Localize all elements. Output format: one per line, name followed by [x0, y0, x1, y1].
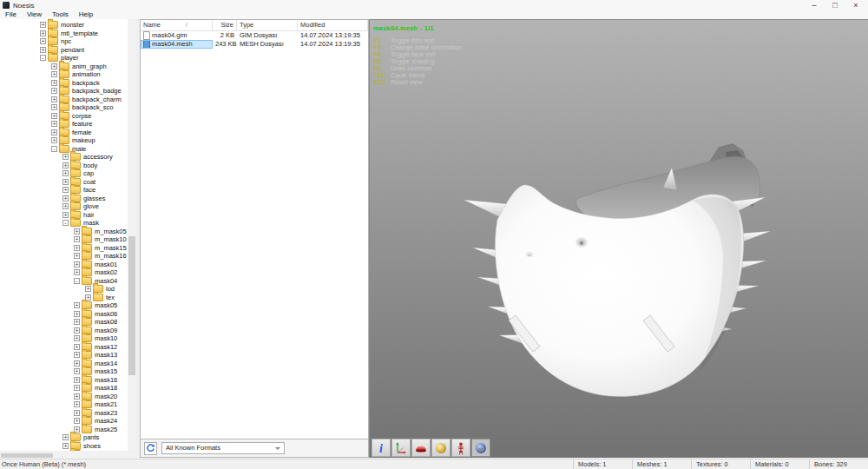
window-close-button[interactable]: ×: [845, 0, 866, 10]
expand-toggle[interactable]: +: [74, 302, 80, 308]
axes-icon[interactable]: [391, 439, 411, 457]
expand-toggle[interactable]: +: [62, 187, 69, 193]
column-header-size[interactable]: Size: [213, 20, 237, 30]
expand-toggle[interactable]: +: [74, 236, 80, 242]
window-minimize-button[interactable]: –: [804, 0, 825, 10]
expand-toggle[interactable]: +: [74, 311, 80, 317]
expand-toggle[interactable]: +: [62, 212, 69, 218]
expand-toggle[interactable]: +: [74, 253, 80, 259]
sphere-icon[interactable]: [431, 439, 450, 457]
expand-toggle[interactable]: +: [51, 71, 57, 77]
expand-toggle[interactable]: +: [74, 410, 80, 416]
tree-item-mask24[interactable]: +mask24: [0, 417, 128, 426]
tree-item-mask09[interactable]: +mask09: [0, 327, 128, 335]
expand-toggle[interactable]: +: [62, 195, 69, 201]
column-header-type[interactable]: Type: [237, 20, 298, 30]
tree-item-mtl_template[interactable]: +mtl_template: [0, 30, 128, 38]
tree-item-mask04[interactable]: -mask04: [0, 277, 128, 286]
expand-toggle[interactable]: +: [62, 170, 69, 176]
expand-toggle[interactable]: -: [51, 146, 57, 152]
menu-file[interactable]: File: [0, 10, 22, 19]
expand-toggle[interactable]: +: [40, 47, 46, 53]
expand-toggle[interactable]: +: [40, 30, 46, 36]
file-row-mask04.gim[interactable]: mask04.gim2 KBGIM Dosyası14.07.2024 13:1…: [141, 31, 368, 40]
tree-item-mask06[interactable]: +mask06: [0, 310, 128, 319]
expand-toggle[interactable]: +: [74, 360, 80, 367]
skeleton-icon[interactable]: [451, 439, 470, 457]
expand-toggle[interactable]: +: [62, 162, 69, 168]
tree-item-mask14[interactable]: +mask14: [0, 360, 128, 368]
expand-toggle[interactable]: +: [51, 113, 57, 119]
tree-item-lod[interactable]: +lod: [0, 285, 128, 294]
tree-item-m_mask10[interactable]: +m_mask10: [0, 235, 128, 244]
tree-item-glove[interactable]: +glove: [0, 202, 128, 211]
tree-item-mask13[interactable]: +mask13: [0, 351, 128, 360]
expand-toggle[interactable]: +: [40, 22, 46, 28]
column-header-modified[interactable]: Modified: [298, 20, 368, 30]
info-icon[interactable]: i: [372, 439, 391, 457]
tree-item-body[interactable]: +body: [0, 162, 128, 170]
expand-toggle[interactable]: +: [74, 228, 80, 234]
expand-toggle[interactable]: +: [62, 434, 69, 440]
tree-item-mask10[interactable]: +mask10: [0, 334, 128, 343]
file-row-mask04.mesh[interactable]: mask04.mesh243 KBMESH Dosyası14.07.2024 …: [141, 40, 368, 49]
expand-toggle[interactable]: +: [51, 63, 57, 69]
tree-item-m_mask05[interactable]: +m_mask05: [0, 228, 128, 236]
expand-toggle[interactable]: +: [51, 104, 57, 110]
refresh-button[interactable]: [144, 442, 157, 455]
expand-toggle[interactable]: +: [74, 401, 80, 407]
expand-toggle[interactable]: +: [51, 96, 57, 102]
tree-item-mask02[interactable]: +mask02: [0, 268, 128, 277]
expand-toggle[interactable]: -: [40, 55, 46, 61]
tree-item-npc[interactable]: +npc: [0, 37, 128, 46]
expand-toggle[interactable]: +: [40, 38, 46, 44]
expand-toggle[interactable]: +: [74, 245, 80, 251]
dome-icon[interactable]: [411, 439, 431, 457]
tree-item-mask23[interactable]: +mask23: [0, 409, 128, 418]
menu-tools[interactable]: Tools: [47, 10, 74, 19]
tree-item-glasses[interactable]: +glasses: [0, 195, 128, 203]
tree-vertical-scrollbar[interactable]: [128, 19, 136, 451]
expand-toggle[interactable]: +: [74, 344, 80, 350]
tree-item-male[interactable]: -male: [0, 145, 128, 154]
tree-horizontal-scrollbar[interactable]: [0, 452, 136, 459]
tree-item-mask25[interactable]: +mask25: [0, 426, 128, 434]
expand-toggle[interactable]: +: [74, 418, 80, 424]
tree-item-hair[interactable]: +hair: [0, 211, 128, 220]
tree-item-wholebody[interactable]: +wholebody: [0, 450, 128, 451]
expand-toggle[interactable]: +: [74, 368, 80, 374]
tree-vscroll-thumb[interactable]: [128, 236, 135, 375]
tree-item-pendant[interactable]: +pendant: [0, 46, 128, 55]
tree-item-pants[interactable]: +pants: [0, 433, 128, 442]
expand-toggle[interactable]: +: [62, 154, 69, 160]
tree-item-mask18[interactable]: +mask18: [0, 384, 128, 393]
expand-toggle[interactable]: +: [74, 393, 80, 400]
expand-toggle[interactable]: -: [62, 220, 69, 226]
window-maximize-button[interactable]: □: [825, 0, 845, 10]
expand-toggle[interactable]: +: [51, 80, 57, 86]
expand-toggle[interactable]: +: [74, 261, 80, 268]
tree-item-mask16[interactable]: +mask16: [0, 376, 128, 385]
tree-item-mask[interactable]: -mask: [0, 219, 128, 228]
expand-toggle[interactable]: +: [74, 319, 80, 325]
expand-toggle[interactable]: +: [62, 203, 69, 209]
menu-help[interactable]: Help: [74, 10, 98, 19]
expand-toggle[interactable]: +: [85, 286, 91, 292]
expand-toggle[interactable]: +: [51, 137, 57, 143]
viewport-3d[interactable]: mask04.mesh - 1/1 F1:Toggle info textF3:…: [369, 19, 868, 458]
tree-item-coat[interactable]: +coat: [0, 178, 128, 187]
tree-item-mask12[interactable]: +mask12: [0, 343, 128, 352]
expand-toggle[interactable]: +: [74, 335, 80, 341]
expand-toggle[interactable]: -: [74, 278, 80, 284]
tree-item-shoes[interactable]: +shoes: [0, 442, 128, 451]
tree-item-m_mask15[interactable]: +m_mask15: [0, 244, 128, 253]
expand-toggle[interactable]: +: [51, 88, 57, 94]
expand-toggle[interactable]: +: [74, 327, 80, 334]
expand-toggle[interactable]: +: [62, 179, 69, 185]
expand-toggle[interactable]: +: [74, 377, 80, 383]
expand-toggle[interactable]: +: [74, 352, 80, 358]
column-header-name[interactable]: Name/: [141, 20, 213, 30]
expand-toggle[interactable]: +: [74, 269, 80, 275]
menu-view[interactable]: View: [22, 10, 47, 19]
tree-item-mask08[interactable]: +mask08: [0, 318, 128, 327]
